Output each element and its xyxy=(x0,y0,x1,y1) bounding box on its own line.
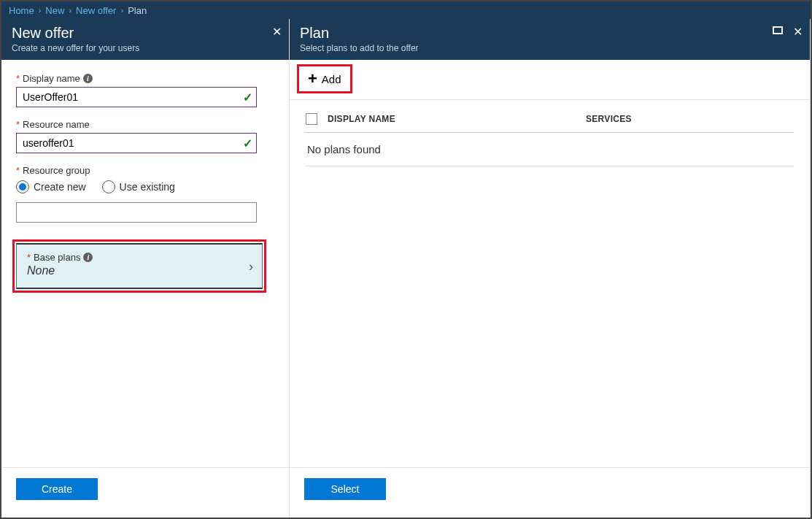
empty-message: No plans found xyxy=(306,133,794,166)
check-icon: ✓ xyxy=(243,137,252,150)
blade-title: Plan xyxy=(300,25,800,42)
breadcrumb: Home › New › New offer › Plan xyxy=(1,1,811,19)
base-plans-selector[interactable]: * Base plans i None › xyxy=(16,243,263,289)
check-icon: ✓ xyxy=(243,91,252,104)
blade-subtitle: Create a new offer for your users xyxy=(12,43,279,53)
table-header: DISPLAY NAME SERVICES xyxy=(306,113,794,133)
select-all-checkbox[interactable] xyxy=(306,113,317,125)
resource-name-input[interactable] xyxy=(16,133,257,153)
resource-group-label: * Resource group xyxy=(16,165,274,176)
chevron-right-icon: › xyxy=(69,6,71,15)
column-services[interactable]: SERVICES xyxy=(586,114,794,124)
required-indicator: * xyxy=(16,119,20,130)
blade-header: Plan Select plans to add to the offer ✕ xyxy=(290,19,810,60)
resource-group-input[interactable] xyxy=(16,202,257,223)
add-button[interactable]: + Add xyxy=(301,68,349,90)
info-icon[interactable]: i xyxy=(83,253,93,262)
required-indicator: * xyxy=(16,165,20,176)
radio-icon xyxy=(102,180,115,193)
blade-new-offer: New offer Create a new offer for your us… xyxy=(1,19,290,518)
maximize-icon[interactable] xyxy=(773,26,783,34)
blade-subtitle: Select plans to add to the offer xyxy=(300,43,800,53)
plus-icon: + xyxy=(308,71,317,87)
chevron-right-icon: › xyxy=(39,6,42,15)
info-icon[interactable]: i xyxy=(83,74,93,83)
resource-name-label: * Resource name xyxy=(16,119,274,130)
radio-icon xyxy=(16,180,29,193)
create-button[interactable]: Create xyxy=(16,478,98,500)
blade-header: New offer Create a new offer for your us… xyxy=(1,19,289,60)
breadcrumb-link-home[interactable]: Home xyxy=(9,5,34,16)
close-icon[interactable]: ✕ xyxy=(793,26,803,38)
blade-title: New offer xyxy=(12,25,279,42)
breadcrumb-link-new[interactable]: New xyxy=(45,5,64,16)
required-indicator: * xyxy=(27,252,31,263)
toolbar: + Add xyxy=(290,60,810,100)
breadcrumb-link-new-offer[interactable]: New offer xyxy=(76,5,116,16)
chevron-right-icon: › xyxy=(120,6,123,15)
close-icon[interactable]: ✕ xyxy=(272,26,282,38)
select-button[interactable]: Select xyxy=(304,478,386,500)
blade-plan: Plan Select plans to add to the offer ✕ … xyxy=(290,19,811,518)
required-indicator: * xyxy=(16,73,20,84)
display-name-input[interactable] xyxy=(16,87,257,107)
breadcrumb-current: Plan xyxy=(128,5,147,16)
radio-use-existing[interactable]: Use existing xyxy=(102,180,175,193)
display-name-label: * Display name i xyxy=(16,73,274,84)
chevron-right-icon: › xyxy=(249,258,253,274)
radio-create-new[interactable]: Create new xyxy=(16,180,86,193)
base-plans-value: None xyxy=(27,264,252,277)
column-display-name[interactable]: DISPLAY NAME xyxy=(328,114,576,124)
